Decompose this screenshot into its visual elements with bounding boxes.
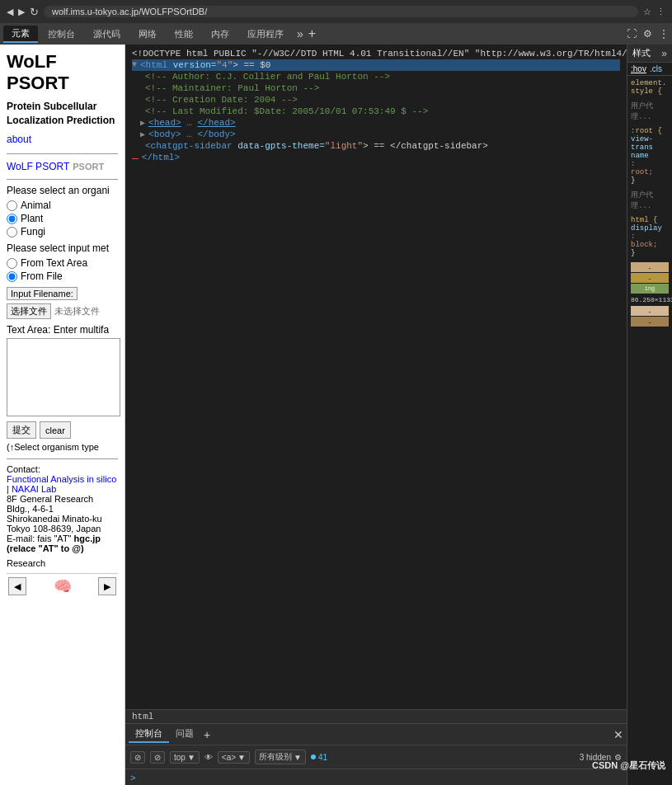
- user-agent-comment-2: 用户代理...: [631, 191, 653, 210]
- body-expand-arrow[interactable]: ▶: [140, 129, 145, 139]
- html-attr-version-value: "4": [216, 60, 233, 70]
- nav-wolf-psort: WoLF PSORT PSORT: [7, 161, 118, 172]
- style-brace-open: style {: [631, 87, 669, 96]
- html-brace-close-text: }: [631, 249, 635, 257]
- body-tag: <body>: [148, 129, 181, 139]
- nav-about-link[interactable]: about: [7, 134, 118, 145]
- console-settings-icon[interactable]: ⚙: [614, 753, 622, 762]
- tab-sources[interactable]: 源代码: [85, 26, 129, 42]
- nav-prev-button[interactable]: ◀: [8, 577, 26, 595]
- root-brace-close-text: }: [631, 176, 635, 185]
- styles-close-button[interactable]: »: [661, 48, 667, 59]
- console-prompt-icon: >: [130, 773, 135, 783]
- contact-link[interactable]: Functional Analysis in silico | NAKAI La…: [7, 474, 116, 494]
- code-line-comment-3: <!-- Creation Date: 2004 -->: [132, 94, 620, 106]
- tab-network[interactable]: 网络: [130, 26, 165, 42]
- styles-user-comment-2: 用户代理...: [631, 190, 669, 211]
- organism-section: Please select an organi Animal Plant Fun…: [7, 185, 118, 237]
- organism-plant[interactable]: Plant: [7, 213, 118, 224]
- tab-memory[interactable]: 内存: [203, 26, 237, 42]
- elements-area: <!DOCTYPE html PUBLIC "-//W3C//DTD HTML …: [125, 45, 627, 709]
- color-swatches: - - ing 86.250×1133.3... - -: [631, 262, 669, 327]
- bookmark-icon[interactable]: ☆: [643, 7, 651, 17]
- hov-sub-tab[interactable]: :hov: [631, 64, 646, 73]
- tab-application[interactable]: 应用程序: [239, 26, 292, 42]
- block-icon[interactable]: ⊘: [150, 751, 165, 764]
- devtools-panel: <!DOCTYPE html PUBLIC "-//W3C//DTD HTML …: [125, 45, 627, 785]
- tab-console-bottom[interactable]: 控制台: [129, 726, 169, 743]
- organism-plant-radio[interactable]: [7, 214, 17, 224]
- code-line-body[interactable]: ▶ <body> … </body>: [132, 129, 620, 140]
- file-buttons: 选择文件 未选择文件: [7, 303, 118, 319]
- organism-fungi[interactable]: Fungi: [7, 226, 118, 237]
- tab-elements[interactable]: 元素: [3, 26, 38, 43]
- submit-button[interactable]: 提交: [7, 421, 36, 439]
- hidden-count-section: 3 hidden ⚙: [580, 753, 622, 762]
- more-tabs-icon[interactable]: »: [297, 27, 303, 40]
- style-selector-text: style {: [631, 87, 662, 96]
- eye-icon[interactable]: 👁: [204, 753, 213, 762]
- swatch-darktan: -: [631, 317, 669, 327]
- code-line-doctype: <!DOCTYPE html PUBLIC "-//W3C//DTD HTML …: [132, 48, 620, 59]
- element-label-text: element.: [631, 79, 666, 87]
- wolf-psort-title: WoLF PSORT: [7, 51, 118, 95]
- organism-label: Please select an organi: [7, 185, 118, 196]
- clear-button[interactable]: clear: [40, 421, 71, 439]
- sequence-textarea[interactable]: [7, 338, 120, 416]
- address-bar[interactable]: wolf.ims.u-tokyo.ac.jp/WOLFPSOrtDB/: [44, 6, 638, 17]
- input-file-label: From File: [21, 270, 63, 282]
- add-panel-button[interactable]: +: [200, 728, 214, 741]
- browser-toolbar: ◀ ▶ ↻ wolf.ims.u-tokyo.ac.jp/WOLFPSOrtDB…: [0, 0, 672, 23]
- html-tag-row: html: [125, 709, 627, 723]
- log-level-filter[interactable]: 所有级别 ▼: [255, 750, 306, 764]
- comment-date: <!-- Creation Date: 2004 -->: [145, 95, 298, 105]
- contact-email: E-mail: fais "AT" hgc.jp (relace "AT" to…: [7, 534, 118, 553]
- frame-selector-value: top: [174, 753, 186, 762]
- element-selector-value: <a>: [222, 753, 236, 762]
- html-display-colon: :: [631, 233, 669, 241]
- input-textarea-radio[interactable]: [7, 258, 17, 269]
- organism-animal-radio[interactable]: [7, 200, 17, 211]
- code-line-head[interactable]: ▶ <head> … </head>: [132, 117, 620, 129]
- html-display-value: block;: [631, 241, 669, 249]
- nav-wolf-psort-link[interactable]: WoLF PSORT: [7, 161, 69, 172]
- vertical-dots-icon[interactable]: ⋮: [659, 28, 669, 40]
- close-bottom-panel-button[interactable]: ✕: [613, 728, 623, 741]
- box-size-text: 86.250×1133.3...: [631, 296, 669, 303]
- settings-gear-icon[interactable]: ⚙: [643, 28, 652, 40]
- element-selector-arrow: ▼: [237, 753, 246, 762]
- screenshot-icon[interactable]: ⛶: [627, 28, 637, 40]
- nav-forward-icon[interactable]: ▶: [18, 7, 25, 17]
- no-file-text: 未选择文件: [54, 305, 100, 317]
- input-from-file[interactable]: From File: [7, 270, 118, 282]
- clear-console-button[interactable]: ⊘: [130, 751, 145, 764]
- add-tab-icon[interactable]: +: [308, 26, 316, 41]
- refresh-icon[interactable]: ↻: [30, 6, 39, 18]
- input-file-radio[interactable]: [7, 271, 17, 282]
- organism-fungi-radio[interactable]: [7, 227, 17, 237]
- nav-back-icon[interactable]: ◀: [7, 7, 13, 17]
- tab-console[interactable]: 控制台: [40, 26, 83, 42]
- choose-file-button[interactable]: 选择文件: [7, 303, 51, 319]
- comment-modified: <!-- Last Modified: $Date: 2005/10/01 07…: [145, 106, 428, 116]
- hidden-count-text: 3 hidden: [580, 753, 611, 762]
- head-expand-arrow[interactable]: ▶: [140, 118, 145, 128]
- nav-next-button[interactable]: ▶: [98, 577, 116, 595]
- organism-animal[interactable]: Animal: [7, 200, 118, 211]
- element-selector[interactable]: <a> ▼: [218, 751, 250, 764]
- styles-element-section: element. style {: [631, 79, 669, 96]
- input-from-textarea[interactable]: From Text Area: [7, 257, 118, 269]
- settings-icon[interactable]: ⋮: [656, 7, 665, 17]
- root-prop-trans: trans: [631, 143, 653, 152]
- styles-content: element. style { 用户代理... :root { view- t…: [627, 76, 672, 785]
- root-props-name: name: [631, 152, 669, 160]
- html-expand-arrow[interactable]: ▼: [132, 60, 137, 69]
- tab-issues-bottom[interactable]: 问题: [169, 726, 200, 743]
- cls-sub-tab[interactable]: .cls: [650, 64, 662, 73]
- tab-performance[interactable]: 性能: [167, 26, 201, 42]
- contact-section: Contact: Functional Analysis in silico |…: [7, 464, 118, 553]
- code-line-html[interactable]: ▼ <html version= "4" > == $0: [132, 59, 620, 71]
- html-display-label: display: [631, 224, 662, 233]
- frame-selector[interactable]: top ▼: [170, 751, 200, 764]
- nav-wolf-psort-extra: PSORT: [73, 162, 104, 172]
